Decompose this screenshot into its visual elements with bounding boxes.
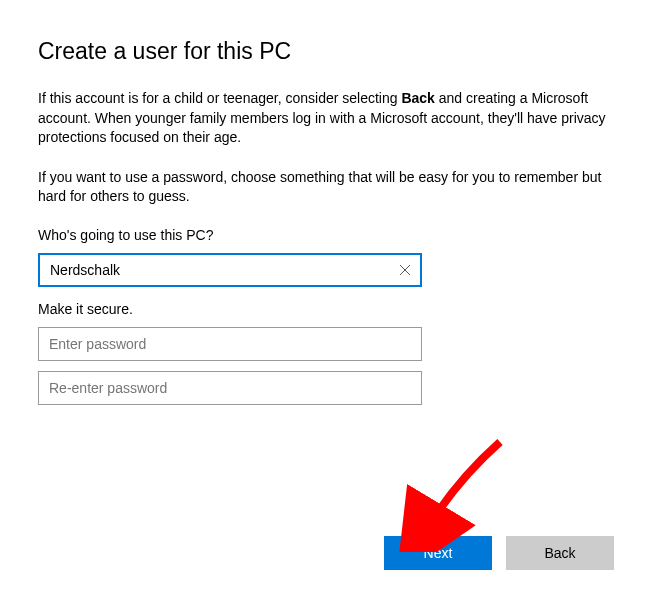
page-title: Create a user for this PC xyxy=(38,38,614,65)
password-field-wrapper xyxy=(38,327,422,361)
button-row: Next Back xyxy=(384,536,614,570)
back-button[interactable]: Back xyxy=(506,536,614,570)
next-button[interactable]: Next xyxy=(384,536,492,570)
intro-paragraph-1-bold: Back xyxy=(401,90,434,106)
reenter-password-input[interactable] xyxy=(38,371,422,405)
intro-paragraph-2: If you want to use a password, choose so… xyxy=(38,168,613,207)
arrow-annotation xyxy=(395,432,515,552)
reenter-password-field-wrapper xyxy=(38,371,422,405)
intro-paragraph-1a: If this account is for a child or teenag… xyxy=(38,90,401,106)
password-input[interactable] xyxy=(38,327,422,361)
clear-username-button[interactable] xyxy=(392,257,418,283)
username-label: Who's going to use this PC? xyxy=(38,227,614,243)
username-input[interactable] xyxy=(38,253,422,287)
username-field-wrapper xyxy=(38,253,422,287)
close-icon xyxy=(399,264,411,276)
intro-paragraph-1: If this account is for a child or teenag… xyxy=(38,89,613,148)
secure-label: Make it secure. xyxy=(38,301,614,317)
